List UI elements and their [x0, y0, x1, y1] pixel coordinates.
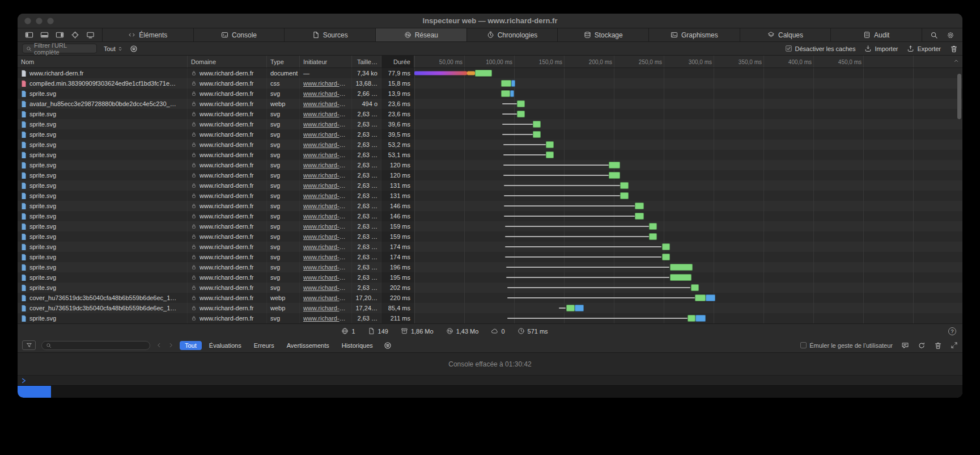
console-filter-button[interactable] — [22, 340, 36, 350]
console-messages-icon[interactable] — [901, 342, 909, 349]
console-scope-valuations[interactable]: Évaluations — [204, 341, 247, 350]
initiator-link[interactable]: www.richard-d… — [303, 141, 348, 148]
table-row[interactable]: sprite.svgwww.richard-dern.frsvgwww.rich… — [18, 170, 962, 180]
initiator-link[interactable]: www.richard-d… — [303, 254, 348, 260]
column-header-type[interactable]: Type — [267, 56, 300, 68]
initiator-link[interactable]: www.richard-d… — [303, 305, 348, 311]
initiator-link[interactable]: www.richard-d… — [303, 162, 348, 168]
clear-console-button[interactable] — [934, 342, 942, 349]
console-input-selection[interactable] — [18, 386, 51, 398]
initiator-link[interactable]: www.richard-d… — [303, 274, 348, 281]
export-button[interactable]: Exporter — [907, 45, 941, 52]
table-row[interactable]: sprite.svgwww.richard-dern.frsvgwww.rich… — [18, 129, 962, 140]
initiator-link[interactable]: www.richard-d… — [303, 233, 348, 240]
disable-caches-checkbox[interactable]: Désactiver les caches — [786, 45, 855, 52]
main-tab-graphismes[interactable]: Graphismes — [649, 28, 740, 41]
main-tab-elements[interactable]: Éléments — [103, 28, 194, 41]
console-options-icon[interactable] — [384, 342, 392, 349]
table-row[interactable]: sprite.svgwww.richard-dern.frsvgwww.rich… — [18, 313, 962, 323]
console-scope-avertissements[interactable]: Avertissements — [282, 341, 334, 350]
initiator-link[interactable]: www.richard-d… — [303, 243, 348, 250]
expand-console-icon[interactable] — [951, 342, 958, 349]
history-forward-icon[interactable] — [168, 342, 174, 348]
initiator-link[interactable]: www.richard-d… — [303, 80, 348, 87]
main-tab-reseau[interactable]: Réseau — [376, 28, 467, 41]
table-row[interactable]: sprite.svgwww.richard-dern.frsvgwww.rich… — [18, 272, 962, 283]
table-row[interactable]: sprite.svgwww.richard-dern.frsvgwww.rich… — [18, 283, 962, 293]
table-row[interactable]: sprite.svgwww.richard-dern.frsvgwww.rich… — [18, 231, 962, 242]
initiator-link[interactable]: www.richard-d… — [303, 172, 348, 179]
column-header-domaine[interactable]: Domaine — [188, 56, 267, 68]
table-row[interactable]: sprite.svgwww.richard-dern.frsvgwww.rich… — [18, 140, 962, 150]
initiator-link[interactable]: www.richard-d… — [303, 213, 348, 220]
search-button[interactable] — [930, 31, 938, 39]
console-scope-historiques[interactable]: Historiques — [337, 341, 378, 350]
console-scope-tout[interactable]: Tout — [180, 341, 202, 350]
device-settings-button[interactable] — [86, 31, 95, 39]
column-header-nom[interactable]: Nom — [18, 56, 188, 68]
dock-bottom-button[interactable] — [40, 31, 49, 39]
import-button[interactable]: Importer — [864, 45, 898, 52]
resource-type-popup[interactable]: Tout — [104, 45, 123, 52]
emulate-user-gesture-checkbox[interactable]: Émuler le geste de l’utilisateur — [800, 342, 893, 349]
table-row[interactable]: sprite.svgwww.richard-dern.frsvgwww.rich… — [18, 180, 962, 191]
scroll-up-chevron[interactable] — [953, 57, 960, 64]
clear-network-button[interactable] — [950, 45, 958, 53]
initiator-link[interactable]: www.richard-d… — [303, 315, 348, 322]
console-scope-erreurs[interactable]: Erreurs — [249, 341, 279, 350]
console-search-input[interactable] — [41, 341, 150, 350]
vertical-scrollbar[interactable] — [957, 74, 961, 119]
table-row[interactable]: sprite.svgwww.richard-dern.frsvgwww.rich… — [18, 211, 962, 221]
initiator-link[interactable]: www.richard-d… — [303, 90, 348, 97]
main-tab-console[interactable]: Console — [194, 28, 285, 41]
table-row[interactable]: cover_hu736519dc3b5040cfa48b6b559b6de6ec… — [18, 303, 962, 313]
table-row[interactable]: compiled.min.38390909f303624ed9e1cf1bd3f… — [18, 78, 962, 89]
initiator-link[interactable]: www.richard-d… — [303, 192, 348, 199]
dock-right-button[interactable] — [56, 31, 64, 39]
initiator-link[interactable]: www.richard-d… — [303, 151, 348, 158]
preserve-log-icon[interactable] — [918, 342, 926, 349]
table-row[interactable]: sprite.svgwww.richard-dern.frsvgwww.rich… — [18, 201, 962, 211]
table-row[interactable]: avatar_hu85ecc3e298728880b0bde2dcc4e5c23… — [18, 99, 962, 109]
table-row[interactable]: www.richard-dern.frwww.richard-dern.frdo… — [18, 68, 962, 78]
console-prompt[interactable] — [18, 376, 962, 386]
table-row[interactable]: sprite.svgwww.richard-dern.frsvgwww.rich… — [18, 150, 962, 160]
table-row[interactable]: sprite.svgwww.richard-dern.frsvgwww.rich… — [18, 252, 962, 262]
initiator-link[interactable]: www.richard-d… — [303, 100, 348, 107]
table-row[interactable]: sprite.svgwww.richard-dern.frsvgwww.rich… — [18, 221, 962, 231]
url-filter-input[interactable]: Filtrer l’URL complète — [22, 44, 97, 53]
table-row[interactable]: cover_hu736519dc3b5040cfa48b6b559b6de6ec… — [18, 293, 962, 303]
main-tab-stockage[interactable]: Stockage — [558, 28, 649, 41]
table-row[interactable]: sprite.svgwww.richard-dern.frsvgwww.rich… — [18, 119, 962, 129]
close-button[interactable] — [24, 18, 31, 24]
column-header-taille[interactable]: Taille… — [352, 56, 381, 68]
main-tab-sources[interactable]: Sources — [285, 28, 376, 41]
initiator-link[interactable]: www.richard-d… — [303, 182, 348, 189]
table-row[interactable]: sprite.svgwww.richard-dern.frsvgwww.rich… — [18, 89, 962, 99]
main-tab-chronologies[interactable]: Chronologies — [467, 28, 558, 41]
initiator-link[interactable]: www.richard-d… — [303, 121, 348, 128]
minimize-button[interactable] — [36, 18, 43, 24]
settings-button[interactable] — [947, 31, 954, 39]
table-row[interactable]: sprite.svgwww.richard-dern.frsvgwww.rich… — [18, 262, 962, 272]
zoom-button[interactable] — [47, 18, 54, 24]
table-row[interactable]: sprite.svgwww.richard-dern.frsvgwww.rich… — [18, 109, 962, 119]
initiator-link[interactable]: www.richard-d… — [303, 284, 348, 291]
filter-options-icon[interactable] — [130, 45, 138, 53]
initiator-link[interactable]: www.richard-d… — [303, 111, 348, 117]
initiator-link[interactable]: www.richard-d… — [303, 131, 348, 138]
main-tab-audit[interactable]: Audit — [831, 28, 922, 41]
table-row[interactable]: sprite.svgwww.richard-dern.frsvgwww.rich… — [18, 160, 962, 170]
initiator-link[interactable]: www.richard-d… — [303, 203, 348, 209]
column-header-initiateur[interactable]: Initiateur — [300, 56, 352, 68]
main-tab-calques[interactable]: Calques — [740, 28, 831, 41]
initiator-link[interactable]: www.richard-d… — [303, 223, 348, 230]
history-back-icon[interactable] — [156, 342, 162, 348]
table-row[interactable]: sprite.svgwww.richard-dern.frsvgwww.rich… — [18, 242, 962, 252]
element-picker-button[interactable] — [71, 31, 79, 39]
initiator-link[interactable]: www.richard-d… — [303, 294, 348, 301]
help-button[interactable]: ? — [948, 327, 956, 335]
column-header-dure[interactable]: Durée — [381, 56, 414, 68]
table-row[interactable]: sprite.svgwww.richard-dern.frsvgwww.rich… — [18, 191, 962, 201]
dock-left-button[interactable] — [25, 31, 33, 39]
